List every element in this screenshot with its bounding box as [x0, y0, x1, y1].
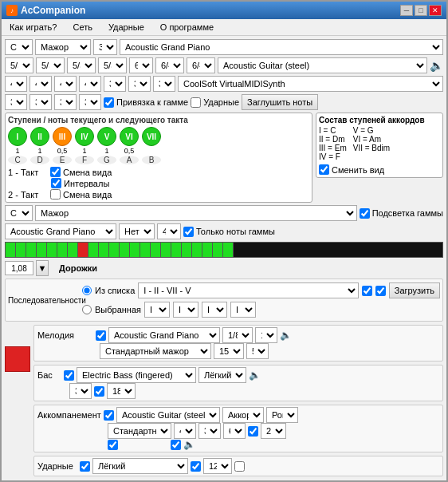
n2[interactable]: 4	[29, 76, 52, 92]
degree-III[interactable]: III	[53, 127, 72, 146]
key-F5[interactable]	[109, 243, 120, 258]
frac3[interactable]: 5/3	[67, 57, 96, 73]
key-C7[interactable]	[223, 243, 234, 258]
menu-how-to-play[interactable]: Как играть?	[5, 21, 61, 34]
n1[interactable]: 4	[5, 76, 27, 92]
mute-notes-button[interactable]: Заглушить ноты	[242, 94, 318, 110]
menu-drums[interactable]: Ударные	[104, 21, 149, 34]
key-D6[interactable]	[161, 243, 171, 258]
melody-num2-select[interactable]: 5	[246, 343, 269, 359]
view-change-1-cb[interactable]	[50, 167, 61, 177]
bass-num2-select[interactable]: 18	[107, 383, 136, 399]
menu-network[interactable]: Сеть	[68, 21, 96, 34]
acc-n3[interactable]: 6	[223, 423, 246, 439]
degree-VII[interactable]: VII	[142, 127, 161, 146]
mode2-select[interactable]: Мажор	[35, 205, 357, 221]
mode-select[interactable]: Мажор	[35, 39, 91, 55]
view-change-2-cb[interactable]	[50, 189, 61, 200]
m3[interactable]: 3	[54, 94, 77, 110]
key-C4[interactable]	[6, 243, 16, 258]
bass-num-select[interactable]: 3	[69, 383, 92, 399]
m1[interactable]: 3	[5, 94, 27, 110]
load-button[interactable]: Загрузить	[389, 282, 440, 298]
degree-VI[interactable]: VI	[120, 127, 139, 146]
n5[interactable]: 3	[104, 76, 126, 92]
bass-instrument-select[interactable]: Electric Bass (fingered)	[77, 367, 196, 383]
drums-style-select[interactable]: Лёгкий	[92, 458, 188, 474]
degree-II[interactable]: II	[30, 127, 49, 146]
accomp-cb4[interactable]	[171, 440, 181, 450]
octave-select[interactable]: 4	[157, 223, 181, 239]
piano-instrument-select[interactable]: Acoustic Grand Piano	[5, 223, 116, 239]
key-B6[interactable]	[213, 243, 223, 258]
key-A4[interactable]	[57, 243, 68, 258]
selected-radio[interactable]	[82, 305, 92, 314]
close-button[interactable]: ✕	[429, 5, 442, 16]
none-select[interactable]: Нет	[119, 223, 155, 239]
from-list-radio[interactable]	[82, 286, 92, 295]
minimize-button[interactable]: ─	[400, 5, 413, 16]
acc-n1[interactable]: 4	[174, 423, 196, 439]
num-select-1[interactable]: 3	[93, 39, 117, 55]
frac4[interactable]: 5/3	[98, 57, 127, 73]
melody-num1-select[interactable]: 1	[255, 327, 277, 343]
sel1[interactable]: I	[144, 302, 170, 318]
sel3[interactable]: I	[202, 302, 227, 318]
only-scale-notes-cb[interactable]	[183, 227, 194, 237]
n7[interactable]: 3	[153, 76, 175, 92]
tempo-down-button[interactable]: ▼	[36, 260, 49, 276]
accomp-instrument-select[interactable]: Acoustic Guitar (steel)	[116, 407, 220, 423]
accomp-sub-select[interactable]: Стандартный	[108, 423, 171, 439]
drums-cb2[interactable]	[191, 461, 201, 472]
tempo-input[interactable]	[5, 261, 33, 275]
bass-cb2[interactable]	[94, 386, 104, 397]
key-A6[interactable]	[202, 243, 213, 258]
chord-view-cb[interactable]	[319, 164, 329, 175]
melody-cb[interactable]	[96, 330, 106, 341]
key-A5[interactable]	[130, 243, 140, 258]
intervals-cb[interactable]	[51, 178, 61, 188]
menu-about[interactable]: О программе	[155, 21, 218, 34]
key-G4[interactable]	[47, 243, 57, 258]
accomp-cb[interactable]	[104, 410, 114, 421]
seq-cb1[interactable]	[362, 286, 372, 296]
frac1[interactable]: 5/3	[5, 57, 33, 73]
drums-num-select[interactable]: 12	[203, 458, 232, 474]
drums-cb3[interactable]	[234, 461, 245, 472]
key-D4[interactable]	[16, 243, 26, 258]
m4[interactable]: 3	[79, 94, 101, 110]
acc-n2[interactable]: 3	[198, 423, 221, 439]
melody-percent-select[interactable]: 15%	[214, 343, 244, 359]
n4[interactable]: 4	[79, 76, 101, 92]
key-C5[interactable]	[78, 243, 88, 258]
frac6[interactable]: 6/4	[155, 57, 184, 73]
list-sequence-select[interactable]: I - II - VII - V	[138, 282, 358, 298]
degree-V[interactable]: V	[97, 127, 116, 146]
acc-n4[interactable]: 24	[261, 423, 286, 439]
n6[interactable]: 3	[128, 76, 151, 92]
m2[interactable]: 3	[29, 94, 52, 110]
key-E6[interactable]	[171, 243, 182, 258]
key-select[interactable]: C	[5, 39, 33, 55]
key-G6[interactable]	[192, 243, 202, 258]
accomp-chord-select[interactable]: Аккорд	[222, 407, 264, 423]
key-F6[interactable]	[182, 243, 192, 258]
synth-select[interactable]: CoolSoft VirtualMIDISynth	[178, 76, 443, 92]
maximize-button[interactable]: □	[415, 5, 427, 16]
key-B5[interactable]	[140, 243, 151, 258]
seq-cb2[interactable]	[375, 286, 386, 296]
bass-cb[interactable]	[64, 370, 74, 381]
accomp-style-select[interactable]: Рок	[266, 407, 298, 423]
key-E5[interactable]	[99, 243, 109, 258]
key-F4[interactable]	[37, 243, 47, 258]
key-D5[interactable]	[88, 243, 99, 258]
frac2[interactable]: 5/3	[36, 57, 65, 73]
sel2[interactable]: I	[173, 302, 198, 318]
guitar-instrument-select[interactable]: Acoustic Guitar (steel)	[218, 57, 427, 73]
sel4[interactable]: I	[230, 302, 256, 318]
scale-bind-cb[interactable]	[104, 97, 114, 108]
key-G5[interactable]	[120, 243, 130, 258]
key-C6[interactable]	[151, 243, 161, 258]
melody-scale-select[interactable]: Стандартный мажор	[100, 343, 211, 359]
degree-IV[interactable]: IV	[75, 127, 94, 146]
